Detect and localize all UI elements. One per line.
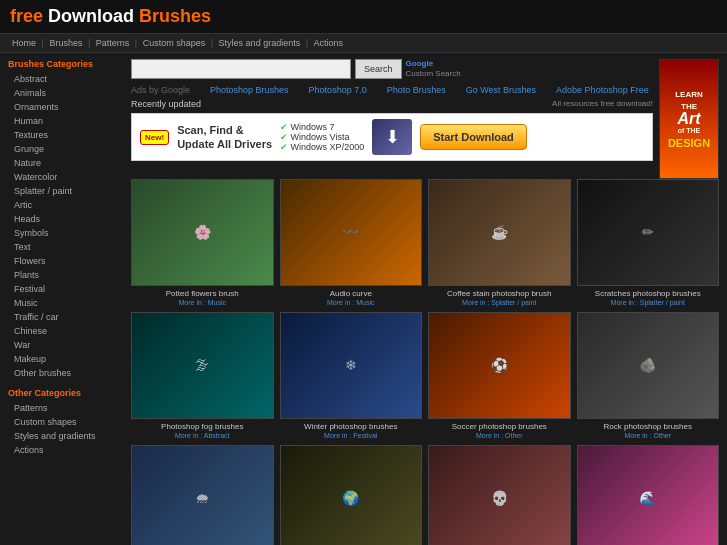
thumbnail-item[interactable]: ⚽Soccer photoshop brushesMore in : Other	[428, 312, 571, 439]
cat-plants[interactable]: Plants	[14, 270, 39, 280]
list-item[interactable]: Animals	[14, 86, 123, 100]
list-item[interactable]: Nature	[14, 156, 123, 170]
ad-link-4[interactable]: Go West Brushes	[466, 85, 536, 95]
cat-other-brushes[interactable]: Other brushes	[14, 368, 71, 378]
thumbnail-item[interactable]: 🌸Potted flowers brushMore in : Music	[131, 179, 274, 306]
search-button[interactable]: Search	[355, 59, 402, 79]
list-item[interactable]: Custom shapes	[14, 415, 123, 429]
thumbnail-item[interactable]: 🌫Photoshop fog brushesMore in : Abstract	[131, 312, 274, 439]
google-label: Google Custom Search	[406, 59, 461, 79]
cat-actions[interactable]: Actions	[14, 445, 44, 455]
title-free: free	[10, 6, 43, 26]
thumbnail-more-link[interactable]: More in : Music	[179, 299, 226, 306]
cat-ornaments[interactable]: Ornaments	[14, 102, 59, 112]
thumbnail-more-link[interactable]: More in : Other	[624, 432, 671, 439]
cat-abstract[interactable]: Abstract	[14, 74, 47, 84]
list-item[interactable]: Text	[14, 240, 123, 254]
thumbnail-more-link[interactable]: More in : Other	[476, 432, 523, 439]
cat-animals[interactable]: Animals	[14, 88, 46, 98]
thumbnail-more-link[interactable]: More in : Festival	[324, 432, 377, 439]
thumbnail-item[interactable]: 💀Skull photoshop brushesMore in : Other	[428, 445, 571, 545]
list-item[interactable]: Watercolor	[14, 170, 123, 184]
cat-custom-shapes[interactable]: Custom shapes	[14, 417, 77, 427]
list-item[interactable]: Splatter / paint	[14, 184, 123, 198]
thumbnail-art: ⚽	[443, 329, 555, 402]
list-item[interactable]: Traffic / car	[14, 310, 123, 324]
cat-flowers[interactable]: Flowers	[14, 256, 46, 266]
thumbnail-item[interactable]: 〰️Audio curveMore in : Music	[280, 179, 423, 306]
list-item[interactable]: Patterns	[14, 401, 123, 415]
cat-symbols[interactable]: Symbols	[14, 228, 49, 238]
list-item[interactable]: Human	[14, 114, 123, 128]
cat-festival[interactable]: Festival	[14, 284, 45, 294]
thumbnail-image: ⚽	[428, 312, 571, 419]
cat-textures[interactable]: Textures	[14, 130, 48, 140]
cat-chinese[interactable]: Chinese	[14, 326, 47, 336]
recently-text: Recently updated	[131, 99, 201, 109]
list-item[interactable]: Styles and gradients	[14, 429, 123, 443]
thumbnail-title: Soccer photoshop brushes	[452, 421, 547, 432]
site-header: free Download Brushes	[0, 0, 727, 34]
cat-traffic[interactable]: Traffic / car	[14, 312, 59, 322]
thumbnail-image: 🌸	[131, 179, 274, 286]
thumbnail-item[interactable]: 🌊Photoshop brushes wavesMore in : Abstra…	[577, 445, 720, 545]
title-download: Download	[43, 6, 139, 26]
cat-watercolor[interactable]: Watercolor	[14, 172, 57, 182]
thumbnail-item[interactable]: ✏Scratches photoshop brushesMore in : Sp…	[577, 179, 720, 306]
cat-heads[interactable]: Heads	[14, 214, 40, 224]
banner-text: Scan, Find &Update All Drivers	[177, 123, 272, 151]
cat-human[interactable]: Human	[14, 116, 43, 126]
thumbnail-item[interactable]: 🪨Rock photoshop brushesMore in : Other	[577, 312, 720, 439]
cat-war[interactable]: War	[14, 340, 30, 350]
cat-nature[interactable]: Nature	[14, 158, 41, 168]
cat-artic[interactable]: Artic	[14, 200, 32, 210]
thumbnail-more-link[interactable]: More in : Abstract	[175, 432, 229, 439]
list-item[interactable]: Makeup	[14, 352, 123, 366]
list-item[interactable]: Textures	[14, 128, 123, 142]
thumbnail-item[interactable]: 🌍Earth photoshop brushesMore in : Other	[280, 445, 423, 545]
start-download-button[interactable]: Start Download	[420, 124, 527, 150]
cat-text[interactable]: Text	[14, 242, 31, 252]
ads-label: Ads by Google	[131, 85, 190, 95]
list-item[interactable]: Other brushes	[14, 366, 123, 380]
thumbnail-title: Rock photoshop brushes	[604, 421, 693, 432]
cat-grunge[interactable]: Grunge	[14, 144, 44, 154]
thumbnail-item[interactable]: ☕Coffee stain photoshop brushMore in : S…	[428, 179, 571, 306]
ad-link-5[interactable]: Adobe Photoshop Free	[556, 85, 649, 95]
thumbnail-more-link[interactable]: More in : Music	[327, 299, 374, 306]
cat-splatter[interactable]: Splatter / paint	[14, 186, 72, 196]
nav-patterns[interactable]: Patterns	[96, 38, 130, 48]
list-item[interactable]: Heads	[14, 212, 123, 226]
cat-music[interactable]: Music	[14, 298, 38, 308]
ad-link-3[interactable]: Photo Brushes	[387, 85, 446, 95]
thumbnail-item[interactable]: ❄Winter photoshop brushesMore in : Festi…	[280, 312, 423, 439]
list-item[interactable]: Plants	[14, 268, 123, 282]
nav-actions[interactable]: Actions	[314, 38, 344, 48]
nav-brushes[interactable]: Brushes	[49, 38, 82, 48]
search-input[interactable]	[131, 59, 351, 79]
list-item[interactable]: Abstract	[14, 72, 123, 86]
nav-home[interactable]: Home	[12, 38, 36, 48]
list-item[interactable]: Music	[14, 296, 123, 310]
thumbnail-more-link[interactable]: More in : Splatter / paint	[611, 299, 685, 306]
list-item[interactable]: War	[14, 338, 123, 352]
thumbnail-more-link[interactable]: More in : Splatter / paint	[462, 299, 536, 306]
list-item[interactable]: Chinese	[14, 324, 123, 338]
cat-makeup[interactable]: Makeup	[14, 354, 46, 364]
list-item[interactable]: Grunge	[14, 142, 123, 156]
thumbnail-item[interactable]: 🌧Photoshop brushes rainMore in : Other	[131, 445, 274, 545]
list-item[interactable]: Festival	[14, 282, 123, 296]
list-item[interactable]: Flowers	[14, 254, 123, 268]
art-design-banner[interactable]: LEARNTHE Art of THE DESIGN	[659, 59, 719, 179]
list-item[interactable]: Symbols	[14, 226, 123, 240]
cat-styles-gradients[interactable]: Styles and gradients	[14, 431, 96, 441]
ad-link-1[interactable]: Photoshop Brushes	[210, 85, 289, 95]
list-item[interactable]: Actions	[14, 443, 123, 457]
list-item[interactable]: Artic	[14, 198, 123, 212]
ad-link-2[interactable]: Photoshop 7.0	[309, 85, 367, 95]
cat-patterns[interactable]: Patterns	[14, 403, 48, 413]
list-item[interactable]: Ornaments	[14, 100, 123, 114]
nav-custom-shapes[interactable]: Custom shapes	[143, 38, 206, 48]
site-title: free Download Brushes	[10, 6, 211, 26]
nav-styles-gradients[interactable]: Styles and gradients	[219, 38, 301, 48]
